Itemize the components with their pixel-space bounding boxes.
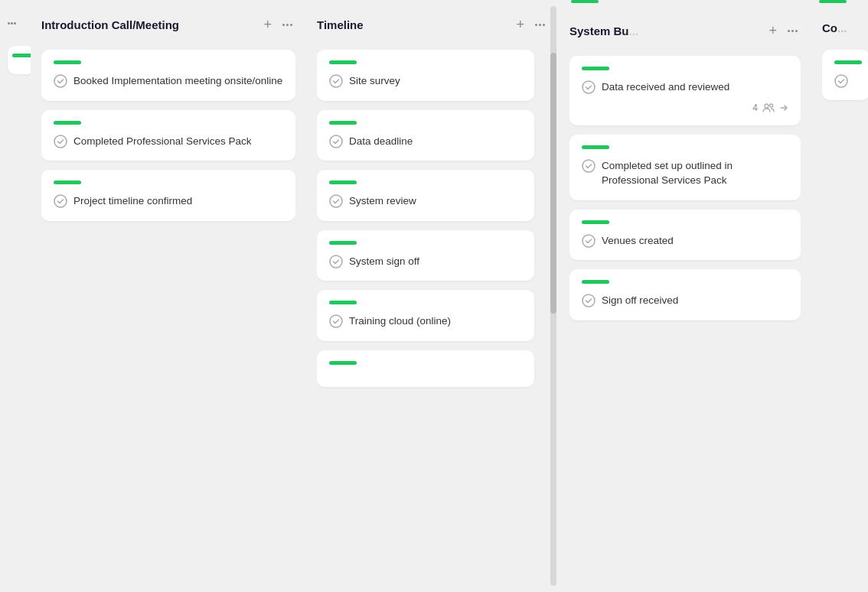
card-accent [582, 67, 609, 70]
card-accent [54, 121, 81, 125]
card-project-timeline[interactable]: Project timeline confirmed [41, 170, 295, 221]
svg-point-5 [330, 195, 342, 207]
column-title-complete: Co... [822, 21, 847, 34]
complete-top-accent [819, 0, 847, 3]
dots-icon [535, 24, 545, 26]
check-circle-icon [329, 135, 343, 148]
card-text-data-received: Data received and reviewed [602, 80, 729, 95]
add-card-system-build-btn[interactable]: + [765, 21, 780, 41]
column-header-system-build: System Bu... + [569, 18, 801, 44]
more-options-timeline-btn[interactable] [532, 22, 548, 28]
card-accent [582, 280, 609, 284]
left-col-more-btn[interactable] [8, 22, 16, 24]
meta-count: 4 [752, 102, 758, 113]
column-header-timeline: Timeline + [317, 12, 548, 37]
card-accent [54, 60, 81, 64]
check-circle-icon [54, 135, 67, 148]
card-accent [329, 301, 357, 304]
card-accent [834, 60, 862, 64]
card-sign-off[interactable]: Sign off received [569, 269, 801, 320]
card-text-booked-meeting: Booked Implementation meeting onsite/onl… [73, 73, 282, 89]
add-card-timeline-btn[interactable]: + [513, 15, 527, 34]
card-accent [329, 241, 357, 245]
check-circle-icon [54, 74, 67, 88]
column-complete-partial: Co... [811, 0, 868, 592]
card-text-services-pack: Completed Professional Services Pack [73, 134, 252, 149]
svg-point-12 [582, 235, 595, 247]
card-text-sign-off: Sign off received [602, 293, 678, 308]
more-options-introduction-btn[interactable] [279, 22, 295, 28]
check-circle-icon [54, 194, 67, 208]
card-accent [329, 60, 357, 64]
svg-point-14 [835, 75, 847, 87]
more-options-system-build-btn[interactable] [785, 28, 801, 34]
column-title-timeline: Timeline [317, 18, 364, 31]
check-circle-icon [582, 80, 596, 94]
card-text-site-survey: Site survey [349, 73, 400, 89]
card-partial-bottom[interactable] [317, 350, 534, 387]
scrollbar-timeline[interactable] [548, 0, 559, 592]
svg-point-0 [54, 75, 67, 87]
card-text-system-signoff: System sign off [349, 254, 419, 269]
svg-point-8 [582, 81, 595, 93]
scrollbar-track [550, 6, 556, 586]
plus-icon: + [263, 17, 272, 33]
card-booked-meeting[interactable]: Booked Implementation meeting onsite/onl… [41, 50, 295, 101]
column-header-complete: Co... [822, 18, 868, 37]
check-circle-icon [329, 314, 343, 328]
card-data-received[interactable]: Data received and reviewed 4 [569, 56, 801, 125]
svg-point-10 [770, 104, 773, 107]
column-timeline: Timeline + [306, 0, 559, 592]
dots-icon [282, 24, 292, 26]
column-content-introduction: Booked Implementation meeting onsite/onl… [41, 50, 295, 580]
people-icon [762, 102, 775, 112]
check-circle-icon [329, 74, 343, 88]
card-text-data-deadline: Data deadline [349, 134, 413, 149]
card-site-survey[interactable]: Site survey [317, 50, 534, 101]
column-introduction: Introduction Call/Meeting + [31, 0, 306, 592]
scrollbar-knob [550, 53, 556, 314]
card-accent [329, 181, 357, 184]
add-card-introduction-btn[interactable]: + [260, 15, 275, 34]
card-text-system-review: System review [349, 194, 416, 209]
check-circle-icon [329, 194, 343, 208]
check-circle-icon [582, 294, 596, 307]
svg-point-7 [330, 315, 342, 327]
card-accent [582, 220, 609, 224]
column-title-system-build: System Bu... [569, 24, 638, 37]
card-complete-partial[interactable] [822, 50, 868, 100]
card-training-cloud[interactable]: Training cloud (online) [317, 290, 534, 341]
card-accent [54, 181, 81, 184]
svg-point-3 [330, 75, 342, 87]
svg-point-4 [330, 135, 342, 148]
card-data-deadline[interactable]: Data deadline [317, 110, 534, 161]
svg-point-9 [765, 104, 768, 108]
card-system-review[interactable]: System review [317, 170, 534, 221]
column-content-timeline: Site survey Data deadline [317, 50, 548, 580]
card-accent [329, 361, 357, 365]
card-text-venues-created: Venues created [602, 233, 674, 249]
system-build-top-accent [571, 0, 599, 3]
svg-point-2 [54, 195, 67, 207]
card-venues-created[interactable]: Venues created [569, 210, 801, 261]
column-system-build: System Bu... + [559, 0, 811, 592]
card-text-training-cloud: Training cloud (online) [349, 314, 451, 329]
check-circle-icon [834, 74, 848, 88]
svg-point-11 [582, 160, 595, 172]
check-circle-icon [582, 159, 596, 173]
check-circle-icon [582, 234, 596, 248]
svg-point-1 [54, 135, 67, 148]
card-meta-data-received: 4 [582, 102, 788, 113]
card-accent [329, 121, 357, 125]
card-system-signoff[interactable]: System sign off [317, 230, 534, 281]
card-accent [582, 145, 609, 149]
plus-icon: + [516, 17, 524, 33]
card-text-project-timeline: Project timeline confirmed [73, 194, 192, 209]
card-completed-setup[interactable]: Completed set up outlined in Professiona… [569, 135, 801, 200]
column-content-complete [822, 50, 868, 580]
column-title-introduction: Introduction Call/Meeting [41, 18, 179, 31]
plus-icon: + [768, 23, 777, 39]
column-content-system-build: Data received and reviewed 4 [569, 56, 801, 580]
dots-icon [788, 30, 798, 32]
card-completed-services-pack[interactable]: Completed Professional Services Pack [41, 110, 295, 161]
